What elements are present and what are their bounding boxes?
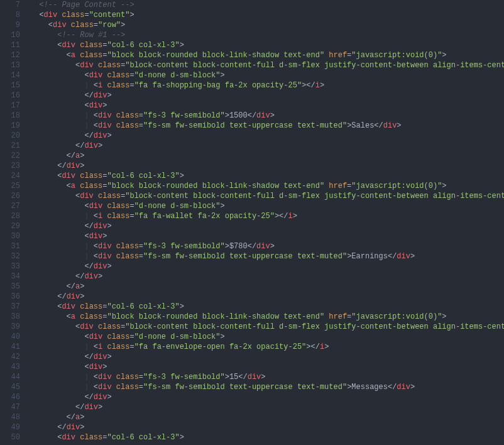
- line-number: 27: [0, 201, 20, 211]
- line-number: 15: [0, 80, 20, 91]
- code-line[interactable]: </div>: [30, 402, 504, 412]
- code-line[interactable]: | <div class="fs-sm fw-semibold text-upp…: [30, 251, 504, 261]
- line-number: 28: [0, 211, 20, 221]
- code-line[interactable]: </div>: [30, 292, 504, 302]
- line-number: 17: [0, 101, 20, 111]
- code-line[interactable]: <div class="d-none d-sm-block">: [30, 201, 504, 211]
- code-line[interactable]: </div>: [30, 352, 504, 362]
- code-line[interactable]: <a class="block block-rounded block-link…: [30, 312, 504, 322]
- code-line[interactable]: <div class="col-6 col-xl-3">: [30, 171, 504, 181]
- line-number: 43: [0, 362, 20, 372]
- code-line[interactable]: | <i class="fa fa-envelope-open fa-2x op…: [30, 342, 504, 352]
- code-line[interactable]: <div>: [30, 231, 504, 241]
- code-line[interactable]: <div class="block-content block-content-…: [30, 191, 504, 201]
- code-line[interactable]: </div>: [30, 131, 504, 141]
- line-number: 44: [0, 372, 20, 382]
- line-number: 39: [0, 322, 20, 332]
- line-number: 14: [0, 70, 20, 80]
- code-line[interactable]: | <div class="fs-sm fw-semibold text-upp…: [30, 121, 504, 131]
- line-number: 48: [0, 412, 20, 422]
- code-line[interactable]: </a>: [30, 282, 504, 292]
- code-line[interactable]: | <i class="fa fa-shopping-bag fa-2x opa…: [30, 80, 504, 91]
- code-area[interactable]: <!-- Page Content --> <div class="conten…: [30, 0, 504, 445]
- line-number: 40: [0, 332, 20, 342]
- code-line[interactable]: </div>: [30, 261, 504, 272]
- line-number: 23: [0, 161, 20, 171]
- code-line[interactable]: <a class="block block-rounded block-link…: [30, 50, 504, 60]
- code-line[interactable]: | <div class="fs-3 fw-semibold">15</div>: [30, 372, 504, 382]
- code-line[interactable]: <a class="block block-rounded block-link…: [30, 181, 504, 191]
- line-number: 46: [0, 392, 20, 402]
- line-number: 34: [0, 272, 20, 282]
- code-line[interactable]: <div class="col-6 col-xl-3">: [30, 40, 504, 50]
- code-line[interactable]: </div>: [30, 422, 504, 432]
- line-number: 32: [0, 251, 20, 261]
- code-line[interactable]: <div class="col-6 col-xl-3">: [30, 432, 504, 442]
- line-number: 45: [0, 382, 20, 392]
- line-number: 33: [0, 261, 20, 272]
- line-number: 11: [0, 40, 20, 50]
- code-line[interactable]: </div>: [30, 161, 504, 171]
- code-line[interactable]: <div class="d-none d-sm-block">: [30, 332, 504, 342]
- line-number: 12: [0, 50, 20, 60]
- line-number: 30: [0, 231, 20, 241]
- line-number: 37: [0, 302, 20, 312]
- line-number-gutter: 7891011121314151617181920212223242526272…: [0, 0, 30, 445]
- code-line[interactable]: </div>: [30, 392, 504, 402]
- code-line[interactable]: <!-- Page Content -->: [30, 0, 504, 10]
- line-number: 22: [0, 151, 20, 161]
- code-editor[interactable]: 7891011121314151617181920212223242526272…: [0, 0, 504, 445]
- code-line[interactable]: <div class="block-content block-content-…: [30, 322, 504, 332]
- line-number: 18: [0, 111, 20, 121]
- line-number: 10: [0, 30, 20, 40]
- line-number: 50: [0, 432, 20, 442]
- line-number: 25: [0, 181, 20, 191]
- line-number: 41: [0, 342, 20, 352]
- line-number: 26: [0, 191, 20, 201]
- line-number: 36: [0, 292, 20, 302]
- code-line[interactable]: <div>: [30, 362, 504, 372]
- code-line[interactable]: | <div class="fs-3 fw-semibold">$780</di…: [30, 241, 504, 251]
- line-number: 20: [0, 131, 20, 141]
- code-line[interactable]: <div>: [30, 101, 504, 111]
- code-line[interactable]: | <div class="fs-3 fw-semibold">1500</di…: [30, 111, 504, 121]
- line-number: 19: [0, 121, 20, 131]
- code-line[interactable]: </div>: [30, 221, 504, 231]
- line-number: 9: [0, 20, 20, 30]
- code-line[interactable]: <div class="d-none d-sm-block">: [30, 70, 504, 80]
- line-number: 35: [0, 282, 20, 292]
- code-line[interactable]: <div class="content">: [30, 10, 504, 20]
- line-number: 7: [0, 0, 20, 10]
- code-line[interactable]: </div>: [30, 91, 504, 101]
- line-number: 24: [0, 171, 20, 181]
- line-number: 29: [0, 221, 20, 231]
- line-number: 31: [0, 241, 20, 251]
- code-line[interactable]: <div class="row">: [30, 20, 504, 30]
- line-number: 21: [0, 141, 20, 151]
- line-number: 47: [0, 402, 20, 412]
- code-line[interactable]: </div>: [30, 272, 504, 282]
- line-number: 16: [0, 91, 20, 101]
- code-line[interactable]: | <i class="fa fa-wallet fa-2x opacity-2…: [30, 211, 504, 221]
- line-number: 38: [0, 312, 20, 322]
- code-line[interactable]: </div>: [30, 141, 504, 151]
- line-number: 8: [0, 10, 20, 20]
- code-line[interactable]: <div class="block-content block-content-…: [30, 60, 504, 70]
- line-number: 49: [0, 422, 20, 432]
- code-line[interactable]: </a>: [30, 151, 504, 161]
- line-number: 13: [0, 60, 20, 70]
- code-line[interactable]: <div class="col-6 col-xl-3">: [30, 302, 504, 312]
- code-line[interactable]: | <div class="fs-sm fw-semibold text-upp…: [30, 382, 504, 392]
- line-number: 42: [0, 352, 20, 362]
- code-line[interactable]: </a>: [30, 412, 504, 422]
- code-line[interactable]: <!-- Row #1 -->: [30, 30, 504, 40]
